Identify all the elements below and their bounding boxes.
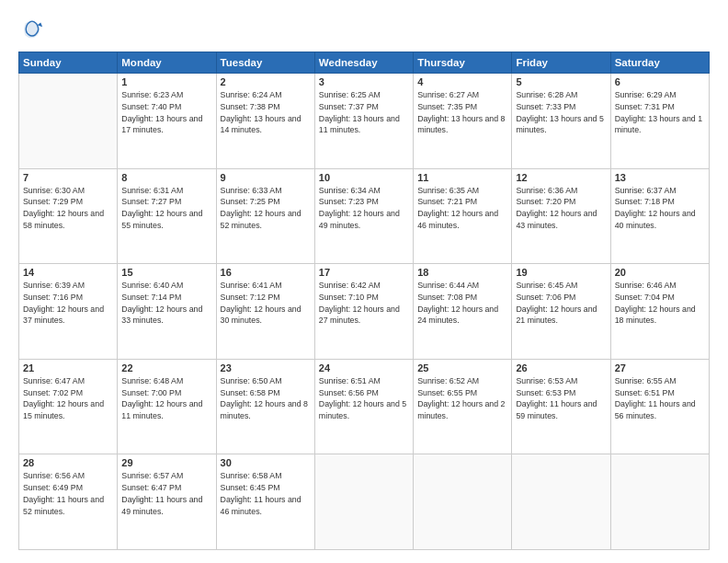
day-number: 26 xyxy=(516,362,606,373)
day-info: Sunrise: 6:44 AM Sunset: 7:08 PM Dayligh… xyxy=(417,280,507,327)
day-info: Sunrise: 6:56 AM Sunset: 6:49 PM Dayligh… xyxy=(23,470,113,517)
calendar-cell: 3Sunrise: 6:25 AM Sunset: 7:37 PM Daylig… xyxy=(314,74,413,169)
day-info: Sunrise: 6:45 AM Sunset: 7:06 PM Dayligh… xyxy=(516,280,606,327)
day-number: 9 xyxy=(221,172,311,183)
calendar-cell: 23Sunrise: 6:50 AM Sunset: 6:58 PM Dayli… xyxy=(216,359,314,454)
day-number: 30 xyxy=(221,457,311,468)
calendar-cell xyxy=(314,454,413,550)
day-number: 10 xyxy=(319,172,409,183)
calendar-cell: 11Sunrise: 6:35 AM Sunset: 7:21 PM Dayli… xyxy=(414,168,512,264)
day-number: 21 xyxy=(23,362,113,373)
calendar-cell: 21Sunrise: 6:47 AM Sunset: 7:02 PM Dayli… xyxy=(19,359,118,454)
calendar-cell: 4Sunrise: 6:27 AM Sunset: 7:35 PM Daylig… xyxy=(414,74,512,169)
day-number: 1 xyxy=(121,76,211,87)
day-info: Sunrise: 6:46 AM Sunset: 7:04 PM Dayligh… xyxy=(615,280,705,327)
header xyxy=(18,17,710,42)
day-info: Sunrise: 6:34 AM Sunset: 7:23 PM Dayligh… xyxy=(319,185,409,232)
calendar-cell: 20Sunrise: 6:46 AM Sunset: 7:04 PM Dayli… xyxy=(610,264,709,360)
day-number: 14 xyxy=(23,267,113,278)
calendar-cell: 19Sunrise: 6:45 AM Sunset: 7:06 PM Dayli… xyxy=(512,264,610,360)
weekday-header-sunday: Sunday xyxy=(19,52,118,74)
calendar-cell: 17Sunrise: 6:42 AM Sunset: 7:10 PM Dayli… xyxy=(314,264,413,360)
calendar-cell: 6Sunrise: 6:29 AM Sunset: 7:31 PM Daylig… xyxy=(610,74,709,169)
day-number: 12 xyxy=(516,172,606,183)
page: SundayMondayTuesdayWednesdayThursdayFrid… xyxy=(0,0,728,563)
day-info: Sunrise: 6:58 AM Sunset: 6:45 PM Dayligh… xyxy=(221,470,311,517)
day-number: 19 xyxy=(516,267,606,278)
day-number: 24 xyxy=(319,362,409,373)
week-row-1: 1Sunrise: 6:23 AM Sunset: 7:40 PM Daylig… xyxy=(19,74,710,169)
weekday-header-thursday: Thursday xyxy=(414,52,512,74)
calendar-cell: 24Sunrise: 6:51 AM Sunset: 6:56 PM Dayli… xyxy=(314,359,413,454)
calendar-cell: 27Sunrise: 6:55 AM Sunset: 6:51 PM Dayli… xyxy=(610,359,709,454)
day-info: Sunrise: 6:25 AM Sunset: 7:37 PM Dayligh… xyxy=(319,89,409,136)
day-info: Sunrise: 6:52 AM Sunset: 6:55 PM Dayligh… xyxy=(417,375,507,422)
day-info: Sunrise: 6:24 AM Sunset: 7:38 PM Dayligh… xyxy=(221,89,311,136)
calendar-cell: 12Sunrise: 6:36 AM Sunset: 7:20 PM Dayli… xyxy=(512,168,610,264)
day-info: Sunrise: 6:30 AM Sunset: 7:29 PM Dayligh… xyxy=(23,185,113,232)
calendar-cell: 7Sunrise: 6:30 AM Sunset: 7:29 PM Daylig… xyxy=(19,168,118,264)
calendar-cell: 1Sunrise: 6:23 AM Sunset: 7:40 PM Daylig… xyxy=(118,74,216,169)
day-info: Sunrise: 6:39 AM Sunset: 7:16 PM Dayligh… xyxy=(23,280,113,327)
calendar-cell: 13Sunrise: 6:37 AM Sunset: 7:18 PM Dayli… xyxy=(610,168,709,264)
logo-icon xyxy=(18,17,44,42)
day-number: 16 xyxy=(221,267,311,278)
day-info: Sunrise: 6:31 AM Sunset: 7:27 PM Dayligh… xyxy=(121,185,211,232)
day-info: Sunrise: 6:57 AM Sunset: 6:47 PM Dayligh… xyxy=(121,470,211,517)
day-info: Sunrise: 6:48 AM Sunset: 7:00 PM Dayligh… xyxy=(121,375,211,422)
calendar-table: SundayMondayTuesdayWednesdayThursdayFrid… xyxy=(18,52,710,550)
day-number: 23 xyxy=(221,362,311,373)
day-number: 2 xyxy=(221,76,311,87)
calendar-cell: 5Sunrise: 6:28 AM Sunset: 7:33 PM Daylig… xyxy=(512,74,610,169)
calendar-cell: 29Sunrise: 6:57 AM Sunset: 6:47 PM Dayli… xyxy=(118,454,216,550)
day-number: 25 xyxy=(417,362,507,373)
day-info: Sunrise: 6:42 AM Sunset: 7:10 PM Dayligh… xyxy=(319,280,409,327)
day-info: Sunrise: 6:33 AM Sunset: 7:25 PM Dayligh… xyxy=(221,185,311,232)
weekday-header-tuesday: Tuesday xyxy=(216,52,314,74)
day-info: Sunrise: 6:50 AM Sunset: 6:58 PM Dayligh… xyxy=(221,375,311,422)
weekday-header-wednesday: Wednesday xyxy=(314,52,413,74)
weekday-header-friday: Friday xyxy=(512,52,610,74)
day-number: 4 xyxy=(417,76,507,87)
day-info: Sunrise: 6:35 AM Sunset: 7:21 PM Dayligh… xyxy=(417,185,507,232)
day-number: 5 xyxy=(516,76,606,87)
day-number: 13 xyxy=(615,172,705,183)
weekday-header-saturday: Saturday xyxy=(610,52,709,74)
day-info: Sunrise: 6:53 AM Sunset: 6:53 PM Dayligh… xyxy=(516,375,606,422)
day-number: 28 xyxy=(23,457,113,468)
day-number: 17 xyxy=(319,267,409,278)
week-row-3: 14Sunrise: 6:39 AM Sunset: 7:16 PM Dayli… xyxy=(19,264,710,360)
day-number: 20 xyxy=(615,267,705,278)
calendar-cell: 16Sunrise: 6:41 AM Sunset: 7:12 PM Dayli… xyxy=(216,264,314,360)
day-number: 8 xyxy=(121,172,211,183)
calendar-cell: 9Sunrise: 6:33 AM Sunset: 7:25 PM Daylig… xyxy=(216,168,314,264)
calendar-cell: 2Sunrise: 6:24 AM Sunset: 7:38 PM Daylig… xyxy=(216,74,314,169)
calendar-cell: 30Sunrise: 6:58 AM Sunset: 6:45 PM Dayli… xyxy=(216,454,314,550)
day-info: Sunrise: 6:47 AM Sunset: 7:02 PM Dayligh… xyxy=(23,375,113,422)
day-info: Sunrise: 6:37 AM Sunset: 7:18 PM Dayligh… xyxy=(615,185,705,232)
day-number: 3 xyxy=(319,76,409,87)
week-row-4: 21Sunrise: 6:47 AM Sunset: 7:02 PM Dayli… xyxy=(19,359,710,454)
calendar-cell: 14Sunrise: 6:39 AM Sunset: 7:16 PM Dayli… xyxy=(19,264,118,360)
calendar-cell: 15Sunrise: 6:40 AM Sunset: 7:14 PM Dayli… xyxy=(118,264,216,360)
day-number: 7 xyxy=(23,172,113,183)
day-info: Sunrise: 6:28 AM Sunset: 7:33 PM Dayligh… xyxy=(516,89,606,136)
week-row-2: 7Sunrise: 6:30 AM Sunset: 7:29 PM Daylig… xyxy=(19,168,710,264)
calendar-cell: 10Sunrise: 6:34 AM Sunset: 7:23 PM Dayli… xyxy=(314,168,413,264)
week-row-5: 28Sunrise: 6:56 AM Sunset: 6:49 PM Dayli… xyxy=(19,454,710,550)
day-info: Sunrise: 6:40 AM Sunset: 7:14 PM Dayligh… xyxy=(121,280,211,327)
calendar-cell: 26Sunrise: 6:53 AM Sunset: 6:53 PM Dayli… xyxy=(512,359,610,454)
logo xyxy=(18,17,48,42)
calendar-cell: 25Sunrise: 6:52 AM Sunset: 6:55 PM Dayli… xyxy=(414,359,512,454)
day-info: Sunrise: 6:51 AM Sunset: 6:56 PM Dayligh… xyxy=(319,375,409,422)
calendar-cell xyxy=(414,454,512,550)
calendar-cell: 28Sunrise: 6:56 AM Sunset: 6:49 PM Dayli… xyxy=(19,454,118,550)
day-number: 6 xyxy=(615,76,705,87)
calendar-cell: 8Sunrise: 6:31 AM Sunset: 7:27 PM Daylig… xyxy=(118,168,216,264)
day-number: 18 xyxy=(417,267,507,278)
calendar-cell xyxy=(512,454,610,550)
day-info: Sunrise: 6:36 AM Sunset: 7:20 PM Dayligh… xyxy=(516,185,606,232)
day-info: Sunrise: 6:41 AM Sunset: 7:12 PM Dayligh… xyxy=(221,280,311,327)
weekday-header-monday: Monday xyxy=(118,52,216,74)
calendar-cell: 18Sunrise: 6:44 AM Sunset: 7:08 PM Dayli… xyxy=(414,264,512,360)
